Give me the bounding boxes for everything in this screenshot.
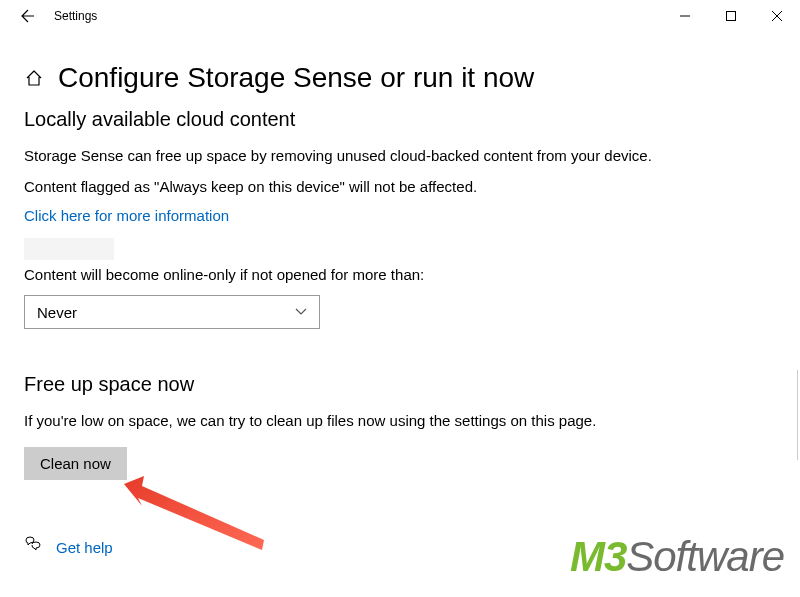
- cloud-description-2: Content flagged as "Always keep on this …: [24, 176, 776, 197]
- get-help-link[interactable]: Get help: [56, 539, 113, 556]
- back-button[interactable]: [8, 0, 48, 32]
- watermark: M3Software: [570, 533, 784, 581]
- close-icon: [772, 11, 782, 21]
- redacted-account-label: [24, 238, 114, 260]
- svg-rect-0: [727, 12, 736, 21]
- minimize-button[interactable]: [662, 0, 708, 32]
- window-title: Settings: [54, 9, 97, 23]
- watermark-brand: M3: [570, 533, 626, 580]
- freeup-description: If you're low on space, we can try to cl…: [24, 410, 776, 431]
- settings-content: Configure Storage Sense or run it now Lo…: [0, 32, 800, 558]
- clean-now-button[interactable]: Clean now: [24, 447, 127, 480]
- help-icon: [24, 536, 42, 558]
- back-arrow-icon: [20, 8, 36, 24]
- scrollbar-edge[interactable]: [797, 370, 798, 460]
- page-title: Configure Storage Sense or run it now: [58, 62, 534, 94]
- title-bar: Settings: [0, 0, 800, 32]
- maximize-icon: [726, 11, 736, 21]
- dropdown-selected-value: Never: [37, 304, 77, 321]
- online-only-label: Content will become online-only if not o…: [24, 264, 776, 285]
- close-button[interactable]: [754, 0, 800, 32]
- window-controls: [662, 0, 800, 32]
- cloud-section-heading: Locally available cloud content: [24, 108, 776, 131]
- minimize-icon: [680, 11, 690, 21]
- cloud-description-1: Storage Sense can free up space by remov…: [24, 145, 776, 166]
- more-info-link[interactable]: Click here for more information: [24, 207, 229, 224]
- freeup-section-heading: Free up space now: [24, 373, 776, 396]
- chevron-down-icon: [295, 305, 307, 319]
- home-icon[interactable]: [24, 68, 44, 88]
- maximize-button[interactable]: [708, 0, 754, 32]
- watermark-name: Software: [626, 533, 784, 580]
- online-only-dropdown[interactable]: Never: [24, 295, 320, 329]
- page-header: Configure Storage Sense or run it now: [24, 62, 776, 94]
